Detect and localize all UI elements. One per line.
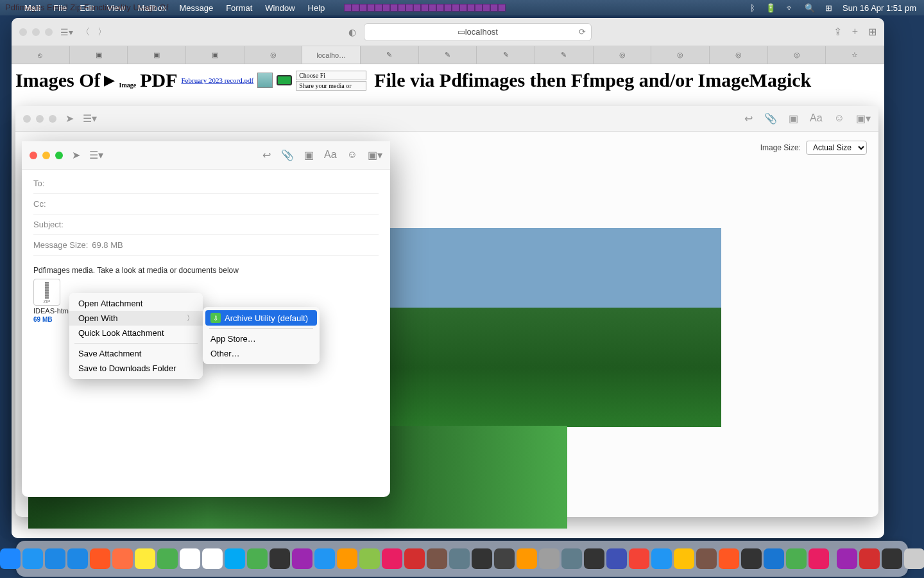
send-icon[interactable]: ➤ <box>72 149 80 161</box>
markup-icon[interactable]: ▣ <box>304 149 314 161</box>
dock-icon[interactable] <box>561 548 582 569</box>
dock-icon[interactable] <box>859 548 880 569</box>
image-size-select[interactable]: Actual Size <box>806 141 867 155</box>
menubar-clock[interactable]: Sun 16 Apr 1:51 pm <box>843 3 916 13</box>
play-icon[interactable]: ▶ <box>104 72 115 89</box>
tab-7[interactable]: ✎ <box>419 46 477 64</box>
back-window-controls[interactable] <box>23 115 56 123</box>
tab-3[interactable]: ▣ <box>186 46 244 64</box>
menu-format[interactable]: Format <box>219 3 259 13</box>
dock-icon[interactable] <box>837 548 857 569</box>
sidebar-icon[interactable]: ☰▾ <box>60 27 73 37</box>
dock-icon[interactable] <box>45 548 65 569</box>
dock-icon[interactable] <box>314 548 335 569</box>
dock-icon[interactable] <box>764 548 784 569</box>
dock-icon[interactable] <box>494 548 515 569</box>
tab-6[interactable]: ✎ <box>361 46 419 64</box>
to-field[interactable]: To: <box>33 173 379 194</box>
battery-icon[interactable]: 🔋 <box>766 3 776 13</box>
dock-icon[interactable] <box>584 548 604 569</box>
dock-icon[interactable] <box>882 548 902 569</box>
dock-icon[interactable] <box>90 548 110 569</box>
cc-field[interactable]: Cc: <box>33 194 379 215</box>
menu-help[interactable]: Help <box>302 3 332 13</box>
dock-icon[interactable] <box>157 548 178 569</box>
sub-other[interactable]: Other… <box>205 346 317 361</box>
dock-icon[interactable] <box>22 548 43 569</box>
ctx-save-attachment[interactable]: Save Attachment <box>69 346 203 361</box>
dock-icon[interactable] <box>472 548 492 569</box>
tab-13[interactable]: ◎ <box>768 46 826 64</box>
dock-trash[interactable] <box>904 548 925 569</box>
dock-icon[interactable] <box>651 548 672 569</box>
dock-icon[interactable] <box>517 548 537 569</box>
ctx-open-attachment[interactable]: Open Attachment <box>69 296 203 311</box>
font-icon[interactable]: Aa <box>324 149 337 161</box>
dock-icon[interactable] <box>270 548 290 569</box>
dock-icon[interactable] <box>247 548 268 569</box>
media-icon[interactable]: ▣▾ <box>368 149 382 161</box>
dock-icon[interactable] <box>225 548 245 569</box>
dock-icon[interactable] <box>427 548 447 569</box>
url-bar[interactable]: ▭ localhost ⟳ <box>364 23 592 41</box>
dock-icon[interactable] <box>180 548 200 569</box>
ctx-quick-look[interactable]: Quick Look Attachment <box>69 326 203 340</box>
dock-icon[interactable] <box>809 548 829 569</box>
dock-icon[interactable] <box>674 548 694 569</box>
dock-icon[interactable] <box>741 548 762 569</box>
dock-icon[interactable] <box>135 548 155 569</box>
emoji-icon[interactable]: ☺ <box>834 112 844 125</box>
attach-icon[interactable]: 📎 <box>764 112 777 125</box>
dock-icon[interactable] <box>337 548 357 569</box>
tabs-icon[interactable]: ⊞ <box>868 26 877 38</box>
dock-icon[interactable] <box>382 548 402 569</box>
list-icon[interactable]: ☰▾ <box>83 112 97 125</box>
reader-icon[interactable]: ◐ <box>348 27 356 37</box>
dock-icon[interactable] <box>539 548 560 569</box>
sub-archive-utility[interactable]: ⇩ Archive Utility (default) <box>205 310 317 326</box>
sub-app-store[interactable]: App Store… <box>205 331 317 346</box>
emoji-icon[interactable]: ☺ <box>347 149 357 161</box>
bluetooth-icon[interactable]: ᛒ <box>750 3 755 13</box>
dock-icon[interactable] <box>359 548 380 569</box>
tab-1[interactable]: ▣ <box>70 46 128 64</box>
dock-icon[interactable] <box>404 548 425 569</box>
tab-12[interactable]: ◎ <box>710 46 768 64</box>
reply-icon[interactable]: ↩ <box>744 112 753 125</box>
new-tab-icon[interactable]: + <box>852 26 858 38</box>
dock-icon[interactable] <box>696 548 717 569</box>
zip-icon[interactable]: ZIP <box>33 279 60 306</box>
dock-icon[interactable] <box>606 548 627 569</box>
share-placeholder[interactable]: Share your media or <box>296 81 366 91</box>
tab-10[interactable]: ◎ <box>594 46 652 64</box>
dock-icon[interactable] <box>786 548 807 569</box>
photo-icon[interactable]: ▣ <box>789 112 798 125</box>
tab-14[interactable]: ☆ <box>826 46 884 64</box>
dock-icon[interactable] <box>67 548 88 569</box>
media-icon[interactable]: ▣▾ <box>856 112 871 125</box>
dock-icon[interactable] <box>292 548 312 569</box>
menu-message[interactable]: Message <box>173 3 219 13</box>
reply-icon[interactable]: ↩ <box>262 149 271 161</box>
tab-2[interactable]: ▣ <box>128 46 186 64</box>
tab-0[interactable]: ⎋ <box>12 46 70 64</box>
send-icon[interactable]: ➤ <box>65 112 74 125</box>
attach-icon[interactable]: 📎 <box>281 149 294 161</box>
ctx-open-with[interactable]: Open With〉 <box>69 311 203 326</box>
wifi-icon[interactable]: ᯤ <box>786 3 794 13</box>
tab-9[interactable]: ✎ <box>535 46 594 64</box>
compose-window-controls[interactable] <box>30 152 63 159</box>
pdf-link[interactable]: February 2023 record.pdf <box>181 76 253 84</box>
dock-icon[interactable] <box>449 548 470 569</box>
subject-field[interactable]: Subject: <box>33 215 379 235</box>
body-text[interactable]: Pdfimages media. Take a look at media or… <box>33 266 379 275</box>
dock-icon[interactable] <box>719 548 739 569</box>
font-icon[interactable]: Aa <box>810 112 823 125</box>
spotlight-icon[interactable]: 🔍 <box>805 3 815 13</box>
dock-icon[interactable] <box>629 548 649 569</box>
forward-button[interactable]: 〉 <box>98 26 107 38</box>
menu-window[interactable]: Window <box>259 3 301 13</box>
ctx-save-downloads[interactable]: Save to Downloads Folder <box>69 361 203 376</box>
header-list-icon[interactable]: ☰▾ <box>89 149 103 161</box>
tab-5[interactable]: localho… <box>302 46 361 64</box>
